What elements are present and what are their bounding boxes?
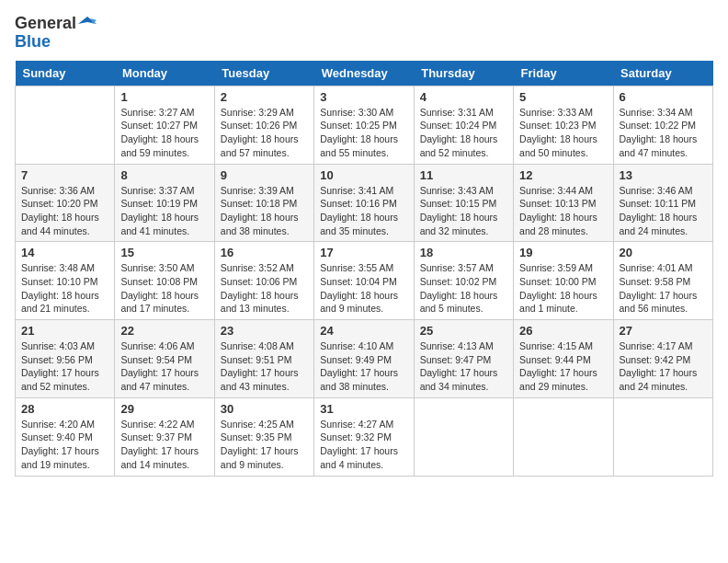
cell-content: Sunrise: 4:13 AM Sunset: 9:47 PM Dayligh…	[420, 339, 507, 394]
calendar-cell: 4Sunrise: 3:31 AM Sunset: 10:24 PM Dayli…	[414, 86, 513, 164]
date-number: 26	[519, 324, 607, 338]
date-number: 19	[519, 246, 607, 259]
date-number: 1	[120, 90, 208, 104]
calendar-cell: 18Sunrise: 3:57 AM Sunset: 10:02 PM Dayl…	[414, 242, 513, 320]
cell-content: Sunrise: 3:29 AM Sunset: 10:26 PM Daylig…	[221, 106, 308, 160]
day-header-monday: Monday	[115, 61, 214, 86]
calendar-cell: 6Sunrise: 3:34 AM Sunset: 10:22 PM Dayli…	[613, 86, 712, 164]
date-number: 8	[120, 168, 208, 182]
cell-content: Sunrise: 3:30 AM Sunset: 10:25 PM Daylig…	[320, 106, 407, 160]
day-header-saturday: Saturday	[613, 61, 712, 86]
date-number: 21	[21, 324, 108, 338]
cell-content: Sunrise: 3:57 AM Sunset: 10:02 PM Daylig…	[420, 261, 507, 316]
calendar-cell	[514, 397, 613, 476]
day-header-thursday: Thursday	[414, 61, 513, 86]
cell-content: Sunrise: 3:33 AM Sunset: 10:23 PM Daylig…	[519, 106, 607, 160]
calendar-week-2: 7Sunrise: 3:36 AM Sunset: 10:20 PM Dayli…	[16, 164, 713, 242]
calendar-cell: 25Sunrise: 4:13 AM Sunset: 9:47 PM Dayli…	[414, 320, 513, 398]
cell-content: Sunrise: 4:08 AM Sunset: 9:51 PM Dayligh…	[221, 339, 308, 394]
calendar-cell: 14Sunrise: 3:48 AM Sunset: 10:10 PM Dayl…	[16, 242, 115, 320]
calendar-cell: 10Sunrise: 3:41 AM Sunset: 10:16 PM Dayl…	[314, 164, 414, 242]
cell-content: Sunrise: 3:48 AM Sunset: 10:10 PM Daylig…	[21, 261, 108, 316]
date-number: 17	[320, 246, 407, 259]
cell-content: Sunrise: 4:01 AM Sunset: 9:58 PM Dayligh…	[620, 261, 707, 316]
calendar-cell	[414, 397, 513, 476]
calendar-week-4: 21Sunrise: 4:03 AM Sunset: 9:56 PM Dayli…	[16, 320, 713, 398]
calendar-cell: 11Sunrise: 3:43 AM Sunset: 10:15 PM Dayl…	[414, 164, 513, 242]
date-number: 15	[120, 246, 208, 259]
logo-general-text: General	[15, 15, 76, 33]
cell-content: Sunrise: 3:27 AM Sunset: 10:27 PM Daylig…	[120, 106, 208, 160]
date-number: 22	[120, 324, 208, 338]
cell-content: Sunrise: 3:39 AM Sunset: 10:18 PM Daylig…	[221, 184, 308, 238]
page-header: General Blue	[15, 15, 713, 52]
cell-content: Sunrise: 4:06 AM Sunset: 9:54 PM Dayligh…	[120, 339, 208, 394]
date-number: 28	[21, 402, 108, 416]
date-number: 11	[420, 168, 507, 182]
cell-content: Sunrise: 3:46 AM Sunset: 10:11 PM Daylig…	[620, 184, 707, 238]
calendar-cell	[613, 397, 712, 476]
day-header-friday: Friday	[514, 61, 613, 86]
cell-content: Sunrise: 3:37 AM Sunset: 10:19 PM Daylig…	[120, 184, 208, 238]
date-number: 14	[21, 246, 108, 259]
cell-content: Sunrise: 3:50 AM Sunset: 10:08 PM Daylig…	[120, 261, 208, 316]
date-number: 12	[519, 168, 607, 182]
calendar-cell: 2Sunrise: 3:29 AM Sunset: 10:26 PM Dayli…	[214, 86, 313, 164]
calendar-cell: 30Sunrise: 4:25 AM Sunset: 9:35 PM Dayli…	[214, 397, 313, 476]
date-number: 2	[221, 90, 308, 104]
cell-content: Sunrise: 4:20 AM Sunset: 9:40 PM Dayligh…	[21, 418, 108, 472]
calendar-cell: 28Sunrise: 4:20 AM Sunset: 9:40 PM Dayli…	[16, 397, 115, 476]
calendar-cell: 22Sunrise: 4:06 AM Sunset: 9:54 PM Dayli…	[115, 320, 214, 398]
calendar-week-1: 1Sunrise: 3:27 AM Sunset: 10:27 PM Dayli…	[16, 86, 713, 164]
date-number: 27	[620, 324, 707, 338]
calendar-cell: 20Sunrise: 4:01 AM Sunset: 9:58 PM Dayli…	[613, 242, 712, 320]
cell-content: Sunrise: 4:25 AM Sunset: 9:35 PM Dayligh…	[221, 418, 308, 472]
cell-content: Sunrise: 3:52 AM Sunset: 10:06 PM Daylig…	[221, 261, 308, 316]
calendar-cell: 13Sunrise: 3:46 AM Sunset: 10:11 PM Dayl…	[613, 164, 712, 242]
cell-content: Sunrise: 3:59 AM Sunset: 10:00 PM Daylig…	[519, 261, 607, 316]
day-header-wednesday: Wednesday	[314, 61, 414, 86]
calendar-cell: 3Sunrise: 3:30 AM Sunset: 10:25 PM Dayli…	[314, 86, 414, 164]
calendar-cell: 21Sunrise: 4:03 AM Sunset: 9:56 PM Dayli…	[16, 320, 115, 398]
calendar-cell: 24Sunrise: 4:10 AM Sunset: 9:49 PM Dayli…	[314, 320, 414, 398]
calendar-cell: 17Sunrise: 3:55 AM Sunset: 10:04 PM Dayl…	[314, 242, 414, 320]
date-number: 5	[519, 90, 607, 104]
cell-content: Sunrise: 4:27 AM Sunset: 9:32 PM Dayligh…	[320, 418, 407, 472]
date-number: 29	[120, 402, 208, 416]
logo: General Blue	[15, 15, 97, 52]
cell-content: Sunrise: 3:31 AM Sunset: 10:24 PM Daylig…	[420, 106, 507, 160]
date-number: 7	[21, 168, 108, 182]
logo-bird-icon	[78, 15, 97, 33]
calendar-cell: 15Sunrise: 3:50 AM Sunset: 10:08 PM Dayl…	[115, 242, 214, 320]
date-number: 23	[221, 324, 308, 338]
cell-content: Sunrise: 4:17 AM Sunset: 9:42 PM Dayligh…	[620, 339, 707, 394]
date-number: 13	[620, 168, 707, 182]
date-number: 18	[420, 246, 507, 259]
date-number: 4	[420, 90, 507, 104]
calendar-cell: 7Sunrise: 3:36 AM Sunset: 10:20 PM Dayli…	[16, 164, 115, 242]
calendar-cell: 27Sunrise: 4:17 AM Sunset: 9:42 PM Dayli…	[613, 320, 712, 398]
calendar-cell: 19Sunrise: 3:59 AM Sunset: 10:00 PM Dayl…	[514, 242, 613, 320]
calendar-cell: 26Sunrise: 4:15 AM Sunset: 9:44 PM Dayli…	[514, 320, 613, 398]
cell-content: Sunrise: 3:43 AM Sunset: 10:15 PM Daylig…	[420, 184, 507, 238]
calendar-cell: 8Sunrise: 3:37 AM Sunset: 10:19 PM Dayli…	[115, 164, 214, 242]
logo-blue-text: Blue	[15, 33, 97, 52]
calendar-cell	[16, 86, 115, 164]
logo-container: General Blue	[15, 15, 97, 52]
cell-content: Sunrise: 3:55 AM Sunset: 10:04 PM Daylig…	[320, 261, 407, 316]
calendar-cell: 12Sunrise: 3:44 AM Sunset: 10:13 PM Dayl…	[514, 164, 613, 242]
cell-content: Sunrise: 4:03 AM Sunset: 9:56 PM Dayligh…	[21, 339, 108, 394]
cell-content: Sunrise: 4:22 AM Sunset: 9:37 PM Dayligh…	[120, 418, 208, 472]
calendar-cell: 29Sunrise: 4:22 AM Sunset: 9:37 PM Dayli…	[115, 397, 214, 476]
date-number: 6	[620, 90, 707, 104]
cell-content: Sunrise: 4:10 AM Sunset: 9:49 PM Dayligh…	[320, 339, 407, 394]
date-number: 25	[420, 324, 507, 338]
day-header-sunday: Sunday	[16, 61, 115, 86]
calendar-week-3: 14Sunrise: 3:48 AM Sunset: 10:10 PM Dayl…	[16, 242, 713, 320]
cell-content: Sunrise: 3:36 AM Sunset: 10:20 PM Daylig…	[21, 184, 108, 238]
date-number: 9	[221, 168, 308, 182]
calendar-table: SundayMondayTuesdayWednesdayThursdayFrid…	[15, 61, 713, 477]
cell-content: Sunrise: 4:15 AM Sunset: 9:44 PM Dayligh…	[519, 339, 607, 394]
date-number: 20	[620, 246, 707, 259]
date-number: 10	[320, 168, 407, 182]
